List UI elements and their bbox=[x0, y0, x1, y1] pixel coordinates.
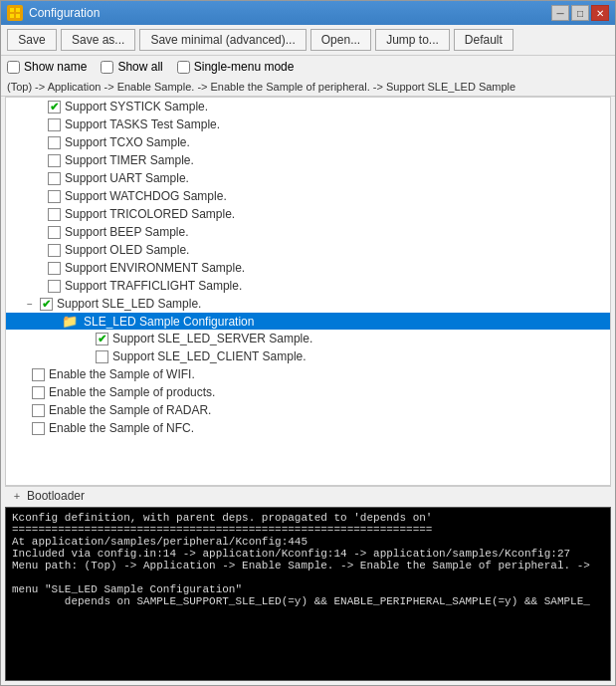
tree-checkbox[interactable]: ✔ bbox=[96, 333, 108, 345]
window-title: Configuration bbox=[29, 6, 100, 20]
item-label: Support UART Sample. bbox=[63, 171, 189, 185]
tree-checkbox[interactable] bbox=[48, 136, 61, 149]
item-label: Support TIMER Sample. bbox=[63, 153, 194, 167]
single-menu-text: Single-menu mode bbox=[194, 60, 295, 74]
tree-checkbox[interactable] bbox=[96, 350, 108, 363]
open-button[interactable]: Open... bbox=[310, 29, 371, 51]
expand-icon bbox=[30, 99, 46, 114]
tree-item[interactable]: 📁SLE_LED Sample Configuration bbox=[6, 313, 610, 330]
tree-checkbox[interactable] bbox=[48, 244, 61, 257]
svg-rect-3 bbox=[16, 14, 20, 18]
item-label: Enable the Sample of products. bbox=[47, 385, 215, 399]
toolbar: Save Save as... Save minimal (advanced).… bbox=[1, 25, 615, 56]
save-as-button[interactable]: Save as... bbox=[61, 29, 135, 51]
expand-icon bbox=[14, 402, 30, 418]
show-name-checkbox[interactable] bbox=[7, 61, 20, 74]
tree-item[interactable]: Enable the Sample of NFC. bbox=[6, 419, 610, 437]
tree-item[interactable]: Support TRAFFICLIGHT Sample. bbox=[6, 277, 610, 295]
close-button[interactable]: ✕ bbox=[591, 5, 609, 21]
tree-checkbox[interactable] bbox=[32, 368, 45, 381]
show-all-checkbox[interactable] bbox=[101, 61, 113, 74]
show-name-text: Show name bbox=[24, 60, 87, 74]
item-label: Support SLE_LED Sample. bbox=[55, 297, 201, 311]
default-button[interactable]: Default bbox=[454, 29, 513, 51]
expand-icon bbox=[30, 134, 46, 150]
expand-icon bbox=[14, 366, 30, 382]
expand-icon bbox=[30, 116, 46, 132]
title-bar: Configuration ─ □ ✕ bbox=[1, 1, 615, 25]
tree-checkbox[interactable] bbox=[48, 118, 61, 131]
expand-icon bbox=[30, 260, 46, 276]
tree-checkbox[interactable] bbox=[48, 280, 61, 293]
item-label: Enable the Sample of NFC. bbox=[47, 421, 194, 435]
expand-icon bbox=[30, 278, 46, 294]
tree-checkbox[interactable] bbox=[48, 226, 61, 239]
expand-icon bbox=[78, 331, 94, 346]
tree-item[interactable]: Support SLE_LED_CLIENT Sample. bbox=[6, 347, 610, 365]
maximize-button[interactable]: □ bbox=[571, 5, 589, 21]
item-label: Support BEEP Sample. bbox=[63, 225, 189, 239]
item-label: Support TRICOLORED Sample. bbox=[63, 207, 235, 221]
item-label: Support SLE_LED_SERVER Sample. bbox=[110, 332, 312, 345]
tree-item[interactable]: Support WATCHDOG Sample. bbox=[6, 187, 610, 205]
svg-rect-2 bbox=[10, 14, 14, 18]
tree-item[interactable]: Support TRICOLORED Sample. bbox=[6, 205, 610, 223]
tree-item[interactable]: Support OLED Sample. bbox=[6, 241, 610, 259]
tree-checkbox[interactable] bbox=[48, 154, 61, 167]
tree-area[interactable]: ✔Support SYSTICK Sample.Support TASKS Te… bbox=[5, 97, 611, 486]
tree-checkbox[interactable] bbox=[48, 262, 61, 275]
minimize-button[interactable]: ─ bbox=[551, 5, 569, 21]
expand-icon bbox=[30, 170, 46, 186]
bootloader-expand-icon: + bbox=[9, 488, 25, 504]
item-label: Support ENVIRONMENT Sample. bbox=[63, 261, 245, 275]
tree-item[interactable]: ✔Support SYSTICK Sample. bbox=[6, 98, 610, 115]
svg-rect-1 bbox=[16, 8, 20, 12]
item-label: Support SYSTICK Sample. bbox=[63, 100, 208, 114]
folder-icon: 📁 bbox=[62, 314, 78, 329]
tree-item[interactable]: Support ENVIRONMENT Sample. bbox=[6, 259, 610, 277]
tree-item[interactable]: Support TASKS Test Sample. bbox=[6, 115, 610, 133]
tree-item[interactable]: Support TCXO Sample. bbox=[6, 133, 610, 151]
item-label: Support OLED Sample. bbox=[63, 243, 189, 257]
options-bar: Show name Show all Single-menu mode bbox=[1, 56, 615, 78]
expand-icon bbox=[30, 242, 46, 258]
tree-checkbox[interactable] bbox=[48, 190, 61, 203]
tree-checkbox[interactable] bbox=[32, 404, 45, 417]
tree-checkbox[interactable] bbox=[48, 208, 61, 221]
bootloader-label: Bootloader bbox=[25, 489, 85, 503]
tree-checkbox[interactable] bbox=[48, 172, 61, 185]
jump-to-button[interactable]: Jump to... bbox=[375, 29, 450, 51]
expand-icon bbox=[30, 206, 46, 222]
tree-item[interactable]: −✔Support SLE_LED Sample. bbox=[6, 295, 610, 313]
item-label: Support SLE_LED_CLIENT Sample. bbox=[110, 349, 307, 363]
tree-item[interactable]: Enable the Sample of RADAR. bbox=[6, 401, 610, 419]
tree-item[interactable]: Enable the Sample of products. bbox=[6, 383, 610, 401]
item-label: Support TCXO Sample. bbox=[63, 135, 190, 149]
app-icon bbox=[7, 5, 23, 21]
show-all-text: Show all bbox=[117, 60, 162, 74]
single-menu-label[interactable]: Single-menu mode bbox=[177, 60, 295, 74]
item-label: Support WATCHDOG Sample. bbox=[63, 189, 227, 203]
expand-icon bbox=[30, 152, 46, 168]
item-label: Support TASKS Test Sample. bbox=[63, 117, 220, 131]
show-name-label[interactable]: Show name bbox=[7, 60, 87, 74]
expand-icon bbox=[30, 188, 46, 204]
svg-rect-0 bbox=[10, 8, 14, 12]
tree-item[interactable]: Support BEEP Sample. bbox=[6, 223, 610, 241]
tree-item[interactable]: Support UART Sample. bbox=[6, 169, 610, 187]
show-all-label[interactable]: Show all bbox=[101, 60, 162, 74]
expand-icon bbox=[78, 348, 94, 364]
tree-checkbox[interactable]: ✔ bbox=[40, 298, 53, 311]
tree-checkbox[interactable] bbox=[32, 422, 45, 435]
tree-checkbox[interactable] bbox=[32, 386, 45, 399]
single-menu-checkbox[interactable] bbox=[177, 61, 190, 74]
item-text: SLE_LED Sample Configuration bbox=[82, 315, 254, 329]
save-button[interactable]: Save bbox=[7, 29, 57, 51]
tree-item[interactable]: Support TIMER Sample. bbox=[6, 151, 610, 169]
tree-checkbox[interactable]: ✔ bbox=[48, 101, 61, 114]
item-label: Support TRAFFICLIGHT Sample. bbox=[63, 279, 242, 293]
tree-item[interactable]: ✔Support SLE_LED_SERVER Sample. bbox=[6, 330, 610, 347]
save-minimal-button[interactable]: Save minimal (advanced)... bbox=[139, 29, 306, 51]
bootloader-row[interactable]: + Bootloader bbox=[5, 486, 611, 505]
tree-item[interactable]: Enable the Sample of WIFI. bbox=[6, 365, 610, 383]
